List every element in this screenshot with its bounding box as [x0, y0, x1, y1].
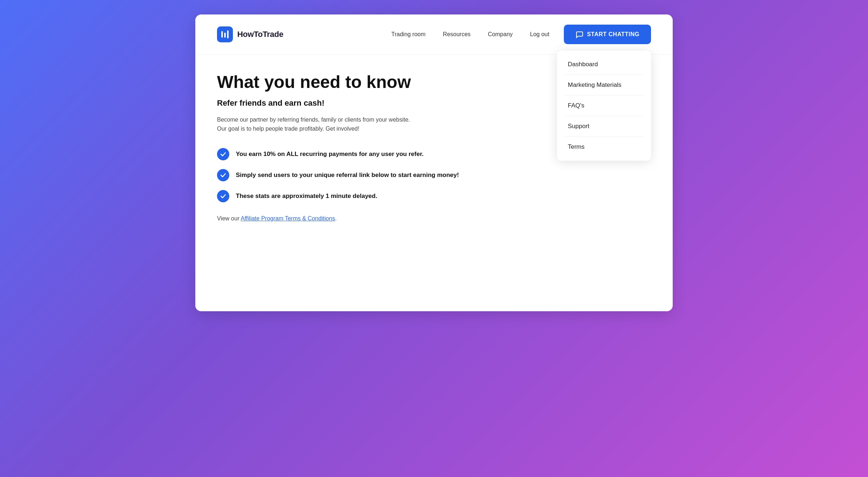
start-chatting-button[interactable]: START CHATTING — [564, 25, 651, 44]
feature-text-1: You earn 10% on ALL recurring payments f… — [236, 151, 424, 158]
navigation: Trading room Resources Company Log out — [391, 31, 549, 38]
page-subtitle: Refer friends and earn cash! — [217, 98, 535, 108]
logo-text: HowToTrade — [237, 30, 283, 39]
feature-item-1: You earn 10% on ALL recurring payments f… — [217, 148, 535, 160]
logo-icon — [217, 26, 233, 42]
chat-icon — [575, 30, 583, 38]
dropdown-item-marketing[interactable]: Marketing Materials — [557, 75, 651, 95]
check-icon-3 — [217, 190, 229, 202]
feature-list: You earn 10% on ALL recurring payments f… — [217, 148, 535, 202]
dropdown-item-terms[interactable]: Terms — [557, 137, 651, 157]
header: HowToTrade Trading room Resources Compan… — [195, 14, 673, 55]
page-title: What you need to know — [217, 73, 535, 92]
dropdown-item-faqs[interactable]: FAQ's — [557, 96, 651, 116]
affiliate-terms-link[interactable]: Affiliate Program Terms & Conditions — [241, 215, 335, 221]
terms-line: View our Affiliate Program Terms & Condi… — [217, 215, 535, 222]
svg-rect-0 — [221, 31, 223, 38]
svg-rect-1 — [224, 33, 226, 38]
feature-item-2: Simply send users to your unique referra… — [217, 169, 535, 181]
main-content: What you need to know Refer friends and … — [195, 55, 557, 240]
nav-logout[interactable]: Log out — [530, 31, 549, 38]
page-description: Become our partner by referring friends,… — [217, 115, 535, 134]
feature-text-2: Simply send users to your unique referra… — [236, 172, 459, 179]
feature-text-3: These stats are approximately 1 minute d… — [236, 193, 377, 200]
nav-resources[interactable]: Resources — [443, 31, 471, 38]
check-icon-1 — [217, 148, 229, 160]
dropdown-item-support[interactable]: Support — [557, 116, 651, 136]
dropdown-item-dashboard[interactable]: Dashboard — [557, 54, 651, 75]
dropdown-menu: Dashboard Marketing Materials FAQ's Supp… — [557, 51, 651, 161]
check-icon-2 — [217, 169, 229, 181]
svg-rect-2 — [227, 30, 229, 38]
feature-item-3: These stats are approximately 1 minute d… — [217, 190, 535, 202]
logo[interactable]: HowToTrade — [217, 26, 283, 42]
nav-company[interactable]: Company — [488, 31, 512, 38]
nav-trading-room[interactable]: Trading room — [391, 31, 426, 38]
